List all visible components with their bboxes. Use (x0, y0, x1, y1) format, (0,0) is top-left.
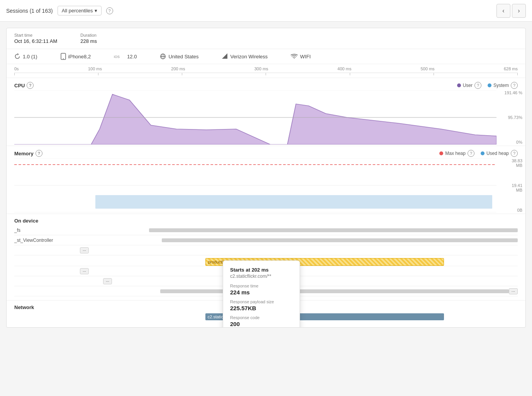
ellipsis-button-3[interactable]: ··· (103, 278, 112, 284)
ruler-labels: 0s 100 ms 200 ms 300 ms 400 ms 500 ms 62… (14, 66, 518, 73)
ruler-label-200ms: 200 ms (171, 66, 185, 71)
nav-next-button[interactable]: › (512, 4, 526, 18)
ruler-label-628ms: 628 ms (504, 66, 518, 71)
memory-chart (14, 158, 496, 212)
ruler-label-0s: 0s (14, 66, 19, 71)
ios-icon: iOS (114, 54, 125, 59)
max-heap-help-icon[interactable]: ? (468, 150, 474, 157)
payload-label: Response payload size (230, 299, 293, 304)
legend-user-label: User (463, 83, 473, 88)
help-icon[interactable]: ? (106, 7, 113, 14)
ruler-label-500ms: 500 ms (421, 66, 435, 71)
tooltip-subtitle: c2.staticflickr.com/** (230, 274, 293, 279)
legend-system: System ? (488, 82, 518, 89)
timeline-ruler: 0s 100 ms 200 ms 300 ms 400 ms 500 ms 62… (7, 64, 525, 78)
ruler-label-400ms: 400 ms (337, 66, 351, 71)
memory-chart-wrapper: 38.83MB 19.41MB 0B (7, 158, 525, 214)
table-row: _fs (14, 225, 518, 235)
response-time-value: 224 ms (230, 289, 293, 296)
cpu-y-top: 191.46 % (505, 90, 522, 95)
percentiles-dropdown[interactable]: All percentiles ▾ (58, 6, 102, 15)
memory-y-mid: 19.41MB (512, 183, 522, 192)
st-viewcontroller-label: _st_ViewController (14, 238, 84, 243)
table-row: ··· (14, 245, 518, 255)
version-value: 1.0 (1) (23, 54, 37, 59)
cpu-y-mid: 95.73% (505, 115, 522, 120)
memory-title: Memory ? (14, 150, 42, 157)
legend-used-heap: Used heap ? (481, 150, 518, 157)
last-bar (160, 289, 509, 293)
refresh-icon (14, 53, 20, 59)
device-bar: 1.0 (1) iPhone8,2 iOS 12.0 (7, 49, 525, 64)
session-header: Start time Oct 16, 6:32:11 AM Duration 2… (7, 28, 525, 49)
memory-legend: Max heap ? Used heap ? (439, 150, 518, 157)
duration-item: Duration 228 ms (80, 33, 97, 44)
legend-system-label: System (493, 83, 509, 88)
fs-bar (149, 228, 518, 232)
cpu-chart (14, 90, 496, 144)
tooltip-card: Starts at 202 ms c2.staticflickr.com/** … (223, 260, 300, 328)
user-dot (457, 83, 461, 87)
sessions-label: Sessions (1 of 163) (6, 8, 53, 14)
on-device-section: On device _fs _st_ViewController (7, 214, 525, 301)
tooltip-payload: Response payload size 225.57KB (230, 299, 293, 311)
phone-icon (61, 53, 66, 60)
cpu-legend: User ? System ? (457, 82, 518, 89)
country-item: United States (160, 53, 198, 59)
chevron-down-icon: ▾ (95, 8, 97, 14)
main-content: Start time Oct 16, 6:32:11 AM Duration 2… (0, 22, 532, 334)
system-dot (488, 83, 491, 87)
ellipsis-button-1[interactable]: ··· (80, 247, 89, 253)
cpu-section: CPU ? User ? System ? (7, 78, 525, 146)
used-heap-help-icon[interactable]: ? (511, 150, 518, 157)
network-title: Network (14, 304, 34, 310)
ellipsis-button-2[interactable]: ··· (80, 268, 89, 274)
start-time-label: Start time (14, 33, 57, 37)
session-card: Start time Oct 16, 6:32:11 AM Duration 2… (6, 28, 526, 328)
memory-y-top: 38.83MB (512, 158, 522, 168)
top-bar: Sessions (1 of 163) All percentiles ▾ ? … (0, 0, 532, 22)
network-bar-container: c2.staticflickr.com/** (84, 313, 518, 322)
used-heap-dot (481, 151, 485, 155)
nav-buttons: ‹ › (496, 4, 526, 18)
ellipsis-button-4[interactable]: ··· (509, 288, 518, 294)
table-row: _st_ViewController (14, 235, 518, 245)
tooltip-code: Response code 200 (230, 315, 293, 327)
cpu-title-text: CPU (14, 83, 25, 88)
response-time-label: Response time (230, 284, 293, 288)
duration-value: 228 ms (80, 38, 97, 44)
st-bar (162, 238, 518, 242)
device-item: iPhone8,2 (61, 53, 91, 60)
wifi-icon (291, 54, 298, 59)
percentiles-label: All percentiles (62, 8, 93, 14)
version-item: 1.0 (1) (14, 53, 37, 59)
code-label: Response code (230, 315, 293, 320)
nav-prev-button[interactable]: ‹ (496, 4, 510, 18)
legend-max-heap-label: Max heap (445, 151, 466, 156)
os-item: iOS 12.0 (114, 54, 137, 59)
memory-help-icon[interactable]: ? (36, 150, 42, 157)
cpu-help-icon[interactable]: ? (27, 82, 34, 89)
cpu-title: CPU ? (14, 82, 34, 89)
legend-used-heap-label: Used heap (486, 151, 509, 156)
user-help-icon[interactable]: ? (474, 82, 481, 89)
on-device-title: On device (14, 218, 38, 224)
signal-icon (222, 53, 228, 59)
on-device-header: On device (7, 214, 525, 225)
memory-y-bot: 0B (512, 208, 522, 212)
start-time-value: Oct 16, 6:32:11 AM (14, 38, 57, 44)
system-help-icon[interactable]: ? (511, 82, 518, 89)
code-value: 200 (230, 321, 293, 327)
svg-text:iOS: iOS (114, 55, 120, 59)
memory-section-header: Memory ? Max heap ? Used heap ? (7, 146, 525, 158)
max-heap-dot (439, 151, 443, 155)
st-bar-container (84, 237, 518, 244)
cpu-y-bot: 0% (505, 140, 522, 144)
ruler-label-100ms: 100 ms (88, 66, 102, 71)
cpu-section-header: CPU ? User ? System ? (7, 78, 525, 90)
svg-marker-6 (222, 53, 227, 59)
product-bar-container: productImageLoading (84, 257, 518, 264)
cpu-chart-wrapper: 191.46 % 95.73% 0% (7, 90, 525, 146)
fs-label: _fs (14, 228, 84, 233)
ruler-label-300ms: 300 ms (254, 66, 268, 71)
